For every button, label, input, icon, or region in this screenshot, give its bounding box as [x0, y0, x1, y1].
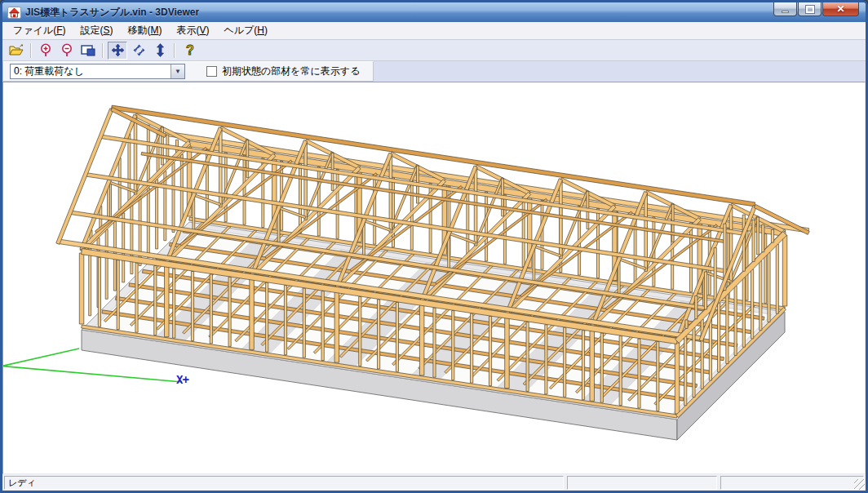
fit-window-button[interactable]	[78, 42, 98, 60]
svg-text:?: ?	[186, 43, 194, 57]
title-bar[interactable]: JIS標準トラスサンプル.vin - 3DViewer ✕	[2, 2, 866, 22]
x-axis-label: X+	[176, 373, 188, 386]
status-message: レディ	[4, 476, 564, 490]
minimize-icon	[782, 11, 789, 13]
load-case-value: 0: 荷重載荷なし	[11, 64, 170, 78]
zoom-in-button[interactable]	[36, 42, 55, 60]
menu-bar: ファイル(F) 設定(S) 移動(M) 表示(V) ヘルプ(H)	[2, 22, 866, 40]
app-window: JIS標準トラスサンプル.vin - 3DViewer ✕ ファイル(F) 設定…	[0, 0, 868, 493]
help-icon: ?	[184, 43, 195, 57]
menu-help[interactable]: ヘルプ(H)	[217, 22, 276, 39]
close-button[interactable]: ✕	[822, 2, 859, 16]
pan-icon	[111, 43, 125, 57]
toolbar-separator	[102, 43, 104, 58]
initial-state-checkbox-label: 初期状態の部材を常に表示する	[222, 64, 360, 78]
truss-model	[3, 82, 865, 474]
close-icon: ✕	[836, 4, 844, 14]
zoom-out-button[interactable]	[57, 42, 77, 60]
resize-grip[interactable]	[854, 479, 865, 490]
menu-view[interactable]: 表示(V)	[169, 22, 216, 39]
load-case-panel: 0: 荷重載荷なし ▼ 初期状態の部材を常に表示する	[2, 61, 374, 82]
viewport-3d[interactable]: X+	[2, 82, 866, 474]
zoom-vertical-icon	[155, 43, 166, 57]
load-case-combobox[interactable]: 0: 荷重載荷なし ▼	[10, 64, 185, 79]
help-button[interactable]: ?	[179, 42, 199, 60]
menu-move[interactable]: 移動(M)	[120, 22, 169, 39]
menu-file[interactable]: ファイル(F)	[6, 22, 73, 39]
fit-window-icon	[81, 45, 95, 56]
zoom-in-icon	[39, 43, 52, 57]
initial-state-checkbox[interactable]	[206, 66, 217, 77]
maximize-button[interactable]	[798, 2, 822, 16]
minimize-button[interactable]	[773, 2, 797, 16]
zoom-out-icon	[60, 43, 73, 57]
open-file-button[interactable]	[7, 42, 26, 60]
maximize-icon	[806, 6, 814, 13]
zoom-vertical-button[interactable]	[150, 42, 170, 60]
rotate-button[interactable]	[129, 42, 148, 60]
main-toolbar: ?	[2, 40, 866, 61]
combo-dropdown-button[interactable]: ▼	[170, 64, 184, 78]
menu-settings[interactable]: 設定(S)	[73, 22, 120, 39]
toolbar-separator	[174, 43, 175, 58]
pan-button[interactable]	[108, 42, 127, 60]
toolbar-separator	[30, 43, 32, 58]
window-title: JIS標準トラスサンプル.vin - 3DViewer	[25, 6, 199, 20]
open-file-icon	[9, 44, 24, 56]
chevron-down-icon: ▼	[175, 68, 181, 75]
initial-state-checkbox-group: 初期状態の部材を常に表示する	[206, 64, 360, 78]
load-case-toolbar: 0: 荷重載荷なし ▼ 初期状態の部材を常に表示する	[2, 61, 866, 82]
house-icon	[7, 7, 21, 19]
status-bar: レディ	[2, 474, 866, 491]
status-pane-2	[567, 476, 717, 490]
status-pane-3	[720, 476, 864, 490]
rotate-icon	[132, 43, 146, 57]
